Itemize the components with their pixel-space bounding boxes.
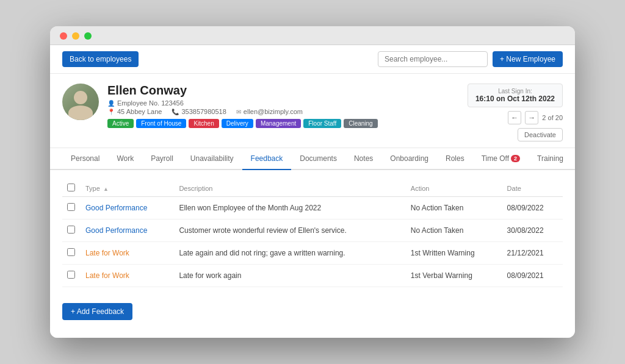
row-type: Late for Work [81,265,174,287]
table-header-row: Type ▲ Description Action Date [62,180,563,197]
col-type: Type ▲ [81,180,174,197]
page-indicator: 2 of 20 [542,114,563,121]
tab-label: Unavailability [190,154,234,163]
tab-unavailability[interactable]: Unavailability [182,148,242,170]
row-select-checkbox[interactable] [67,271,75,279]
row-checkbox[interactable] [62,197,81,219]
row-date: 21/12/2021 [502,242,563,265]
row-checkbox[interactable] [62,242,81,265]
row-description: Late again and did not ring; gave a writ… [174,242,405,265]
row-type: Good Performance [81,219,174,242]
tab-label: Personal [71,154,99,163]
feedback-type-link[interactable]: Good Performance [85,204,147,212]
address-value: 45 Abbey Lane [117,108,162,115]
feedback-tbody: Good Performance Ellen won Employee of t… [62,197,563,287]
search-input[interactable] [378,51,488,67]
tag-kitchen: Kitchen [189,119,219,128]
meta-address: 📍 45 Abbey Lane [107,108,162,115]
person-icon: 👤 [107,100,115,107]
tab-more-[interactable]: More ▾ [572,148,575,170]
tag-management: Management [256,119,301,128]
row-action: 1st Written Warning [406,242,502,265]
row-type: Late for Work [81,242,174,265]
row-checkbox[interactable] [62,219,81,242]
tab-label: Payroll [151,154,173,163]
add-feedback-button[interactable]: + Add Feedback [62,303,132,320]
employee-name: Ellen Conway [107,84,378,98]
email-icon: ✉ [236,109,241,115]
prev-employee-button[interactable]: ← [508,111,521,124]
tab-label: Roles [446,154,464,163]
meta-row-id: 👤 Employee No. 123456 [107,99,378,107]
tab-documents[interactable]: Documents [291,148,345,170]
row-date: 30/08/2022 [502,219,563,242]
table-row: Good Performance Ellen won Employee of t… [62,197,563,219]
tag-delivery: Delivery [222,119,253,128]
tab-training[interactable]: Training [529,148,572,170]
feedback-type-link[interactable]: Good Performance [85,226,147,235]
tab-payroll[interactable]: Payroll [142,148,182,170]
last-signin-label: Last Sign In: [475,88,555,95]
email-value: ellen@bizimply.com [244,108,303,115]
tab-personal[interactable]: Personal [62,148,108,170]
row-type: Good Performance [81,197,174,219]
browser-content: Back to employees + New Employee Ellen C… [50,45,575,338]
traffic-light-red[interactable] [60,32,67,40]
tag-cleaning: Cleaning [344,119,377,128]
row-action: No Action Taken [406,197,502,219]
tab-feedback[interactable]: Feedback [242,148,292,170]
row-description: Late for work again [174,265,405,287]
table-row: Good Performance Customer wrote wonderfu… [62,219,563,242]
tag-floor-staff: Floor Staff [303,119,341,128]
phone-value: 353857980518 [181,108,226,115]
row-select-checkbox[interactable] [67,203,75,211]
back-to-employees-button[interactable]: Back to employees [62,51,139,67]
tab-label: Time Off [482,154,509,163]
last-signin-box: Last Sign In: 16:10 on Oct 12th 2022 [468,84,563,107]
nav-arrows: ← → 2 of 20 [508,111,563,124]
col-description: Description [174,180,405,197]
next-employee-button[interactable]: → [525,111,538,124]
feedback-table: Type ▲ Description Action Date Good Perf… [62,180,563,287]
row-select-checkbox[interactable] [67,226,75,234]
employee-right: Last Sign In: 16:10 on Oct 12th 2022 ← →… [468,84,563,141]
tab-onboarding[interactable]: Onboarding [381,148,437,170]
select-all-checkbox[interactable] [67,184,75,191]
tab-label: Feedback [251,154,283,163]
traffic-light-yellow[interactable] [72,32,79,40]
row-description: Customer wrote wonderful review of Ellen… [174,219,405,242]
tags-row: ActiveFront of HouseKitchenDeliveryManag… [107,119,378,128]
tab-notes[interactable]: Notes [345,148,381,170]
employee-header: Ellen Conway 👤 Employee No. 123456 📍 45 [50,74,575,148]
deactivate-button[interactable]: Deactivate [518,128,563,141]
meta-employee-number: 👤 Employee No. 123456 [107,99,184,107]
feedback-type-link[interactable]: Late for Work [85,271,129,280]
row-select-checkbox[interactable] [67,248,75,256]
tab-label: Notes [354,154,373,163]
tag-front-of-house: Front of House [136,119,186,128]
row-date: 08/09/2021 [502,265,563,287]
tab-work[interactable]: Work [108,148,142,170]
tab-label: Onboarding [390,154,428,163]
col-date: Date [502,180,563,197]
row-date: 08/09/2022 [502,197,563,219]
employee-number-value: Employee No. 123456 [117,99,184,107]
browser-titlebar [50,26,575,45]
tab-label: Work [117,154,134,163]
phone-icon: 📞 [172,109,179,115]
row-checkbox[interactable] [62,265,81,287]
row-action: No Action Taken [406,219,502,242]
row-action: 1st Verbal Warning [406,265,502,287]
tag-active: Active [107,119,134,128]
tab-time-off[interactable]: Time Off2 [473,148,529,170]
feedback-type-link[interactable]: Late for Work [85,249,129,257]
meta-phone: 📞 353857980518 [172,108,226,115]
tabs-nav: PersonalWorkPayrollUnavailabilityFeedbac… [50,148,575,170]
tab-badge: 2 [511,155,520,162]
new-employee-button[interactable]: + New Employee [493,51,563,67]
employee-meta: 👤 Employee No. 123456 📍 45 Abbey Lane 📞 [107,99,378,115]
col-action: Action [406,180,502,197]
traffic-light-green[interactable] [84,32,92,40]
tab-roles[interactable]: Roles [437,148,473,170]
browser-window: Back to employees + New Employee Ellen C… [50,26,575,338]
